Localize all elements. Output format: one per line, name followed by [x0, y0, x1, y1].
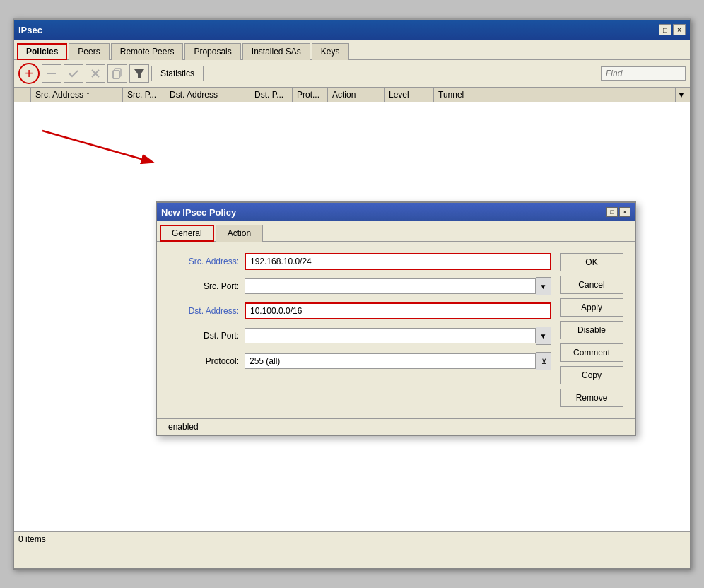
src-port-select-row: ▼	[245, 277, 551, 295]
dst-address-label: Dst. Address:	[168, 306, 239, 316]
main-content: New IPsec Policy □ × General Action	[14, 102, 690, 546]
th-level: Level	[385, 88, 434, 102]
dialog-tab-action[interactable]: Action	[216, 225, 263, 242]
dst-port-row: Dst. Port: ▼	[168, 327, 551, 345]
window-title: IPsec	[18, 25, 42, 35]
src-address-row: Src. Address:	[168, 253, 551, 270]
remove-button[interactable]: Remove	[560, 389, 623, 407]
window-titlebar: IPsec □ ×	[14, 20, 690, 40]
th-dst-port: Dst. P...	[250, 88, 293, 102]
main-window: IPsec □ × Policies Peers Remote Peers Pr…	[13, 18, 691, 570]
copy-button[interactable]	[107, 64, 127, 83]
th-action: Action	[328, 88, 385, 102]
src-address-input[interactable]	[245, 253, 551, 270]
copy-button[interactable]: Copy	[560, 366, 623, 384]
th-sort-arrow[interactable]: ▼	[676, 88, 690, 102]
maximize-button[interactable]: □	[659, 24, 671, 35]
toolbar: + Statistics	[14, 60, 690, 88]
annotation-arrow	[21, 117, 163, 175]
tab-installed-sas[interactable]: Installed SAs	[242, 43, 310, 60]
items-count: 0 items	[18, 534, 46, 544]
svg-line-8	[42, 131, 141, 159]
find-input[interactable]	[601, 66, 686, 81]
dialog-titlebar-buttons: □ ×	[606, 207, 630, 217]
tab-policies[interactable]: Policies	[17, 43, 67, 60]
statistics-button[interactable]: Statistics	[151, 66, 204, 81]
tab-peers[interactable]: Peers	[69, 43, 109, 60]
table-header: Src. Address ↑ Src. P... Dst. Address Ds…	[14, 88, 690, 102]
svg-marker-6	[134, 69, 144, 78]
src-address-label: Src. Address:	[168, 257, 239, 266]
dst-port-label: Dst. Port:	[168, 331, 239, 341]
dialog-title: New IPsec Policy	[161, 207, 236, 218]
protocol-dropdown-arrow[interactable]: ⊻	[536, 352, 551, 370]
remove-button[interactable]	[42, 64, 61, 83]
dialog-form: Src. Address: Src. Port: ▼	[168, 253, 551, 407]
dst-address-row: Dst. Address:	[168, 302, 551, 319]
th-tunnel: Tunnel	[434, 88, 676, 102]
cross-button[interactable]	[86, 64, 105, 83]
dialog-status: enabled	[168, 422, 199, 432]
ok-button[interactable]: OK	[560, 253, 623, 271]
dst-port-input[interactable]	[245, 328, 536, 343]
protocol-row: Protocol: ⊻	[168, 352, 551, 370]
dialog-tab-general[interactable]: General	[160, 225, 214, 242]
apply-button[interactable]: Apply	[560, 298, 623, 317]
tab-remote-peers[interactable]: Remote Peers	[111, 43, 184, 60]
add-button[interactable]: +	[18, 63, 40, 84]
disable-button[interactable]: Disable	[560, 321, 623, 339]
protocol-label: Protocol:	[168, 356, 239, 366]
src-port-dropdown-arrow[interactable]: ▼	[536, 277, 551, 295]
tab-proposals[interactable]: Proposals	[184, 43, 240, 60]
dialog-overlay: New IPsec Policy □ × General Action	[156, 201, 636, 436]
th-protocol: Prot...	[293, 88, 328, 102]
th-checkbox	[14, 88, 31, 102]
dialog-close-button[interactable]: ×	[619, 207, 630, 217]
filter-button[interactable]	[129, 64, 149, 83]
dialog-tab-bar: General Action	[157, 221, 635, 242]
new-ipsec-policy-dialog: New IPsec Policy □ × General Action	[156, 201, 636, 436]
dialog-titlebar: New IPsec Policy □ ×	[157, 203, 635, 221]
dialog-maximize-button[interactable]: □	[606, 207, 618, 217]
dialog-body: Src. Address: Src. Port: ▼	[157, 242, 635, 418]
tab-bar: Policies Peers Remote Peers Proposals In…	[14, 40, 690, 60]
comment-button[interactable]: Comment	[560, 343, 623, 362]
th-src-address: Src. Address ↑	[31, 88, 123, 102]
dst-port-select-row: ▼	[245, 327, 551, 345]
dialog-footer: enabled	[157, 418, 635, 435]
protocol-select-row: ⊻	[245, 352, 551, 370]
src-port-row: Src. Port: ▼	[168, 277, 551, 295]
status-bar: 0 items	[14, 531, 690, 546]
th-src-port: Src. P...	[123, 88, 165, 102]
src-port-input[interactable]	[245, 278, 536, 294]
dst-address-input[interactable]	[245, 302, 551, 319]
check-button[interactable]	[64, 64, 83, 83]
close-button[interactable]: ×	[673, 24, 686, 35]
svg-rect-4	[113, 71, 119, 78]
dst-port-dropdown-arrow[interactable]: ▼	[536, 327, 551, 345]
cancel-button[interactable]: Cancel	[560, 276, 623, 294]
dialog-buttons: OK Cancel Apply Disable Comment Copy Rem…	[560, 253, 623, 407]
protocol-input[interactable]	[245, 353, 536, 369]
src-port-label: Src. Port:	[168, 281, 239, 291]
th-dst-address: Dst. Address	[165, 88, 250, 102]
titlebar-buttons: □ ×	[659, 24, 686, 35]
tab-keys[interactable]: Keys	[312, 43, 349, 60]
